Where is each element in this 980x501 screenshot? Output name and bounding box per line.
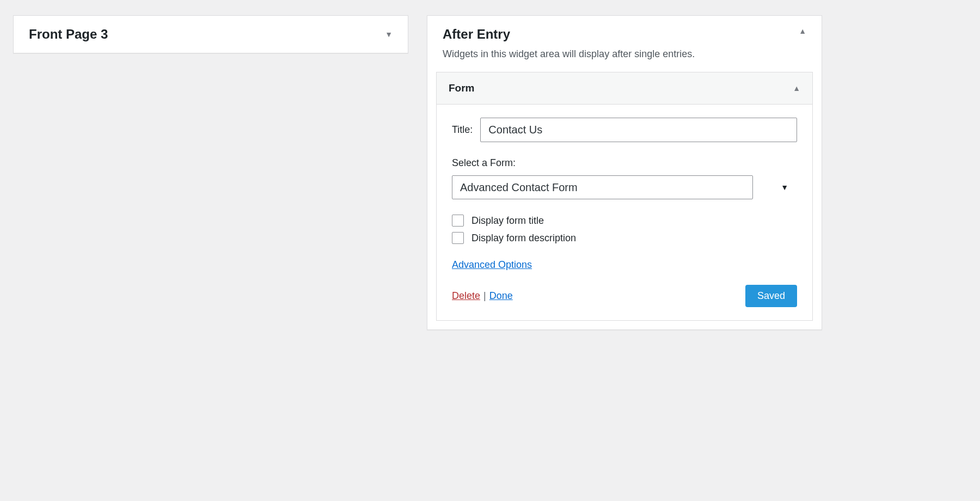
widget-control-links: Delete | Done: [452, 290, 513, 302]
delete-link[interactable]: Delete: [452, 290, 480, 302]
title-row: Title:: [452, 118, 797, 142]
chevron-up-icon: ▲: [793, 84, 800, 93]
widget-controls: Delete | Done Saved: [452, 285, 797, 307]
chevron-down-icon: ▼: [385, 30, 393, 39]
widget-item-form: Form ▲ Title: Select a Form: Ad: [436, 72, 813, 321]
display-form-description-label[interactable]: Display form description: [471, 233, 576, 244]
widget-item-title: Form: [449, 82, 475, 94]
select-form-row: Select a Form: Advanced Contact Form ▼: [452, 157, 797, 199]
checkbox-row-display-description: Display form description: [452, 232, 797, 244]
widget-body: Title: Select a Form: Advanced Contact F…: [437, 105, 812, 320]
chevron-up-icon: ▲: [799, 27, 806, 35]
advanced-options-link[interactable]: Advanced Options: [452, 259, 532, 270]
widget-item-header[interactable]: Form ▲: [437, 72, 812, 105]
widget-area-description: Widgets in this widget area will display…: [427, 42, 822, 72]
widget-area-after-entry: After Entry ▲ Widgets in this widget are…: [427, 15, 822, 330]
checkbox-group: Display form title Display form descript…: [452, 215, 797, 244]
display-form-title-checkbox[interactable]: [452, 215, 464, 227]
display-form-description-checkbox[interactable]: [452, 232, 464, 244]
widget-list: Form ▲ Title: Select a Form: Ad: [427, 72, 822, 329]
checkbox-row-display-title: Display form title: [452, 215, 797, 227]
title-input[interactable]: [480, 118, 797, 142]
widget-area-header[interactable]: After Entry ▲: [427, 16, 822, 42]
title-label: Title:: [452, 124, 473, 136]
widget-area-title: After Entry: [443, 27, 510, 42]
advanced-options-row: Advanced Options: [452, 259, 797, 271]
saved-button[interactable]: Saved: [745, 285, 797, 307]
done-link[interactable]: Done: [489, 290, 513, 302]
chevron-down-icon: ▼: [781, 183, 788, 192]
separator: |: [483, 290, 486, 302]
select-form-label: Select a Form:: [452, 157, 797, 169]
display-form-title-label[interactable]: Display form title: [471, 215, 544, 227]
widget-area-title: Front Page 3: [29, 27, 108, 42]
select-wrapper: Advanced Contact Form ▼: [452, 175, 797, 199]
widget-area-front-page-3[interactable]: Front Page 3 ▼: [13, 15, 408, 53]
select-form-dropdown[interactable]: Advanced Contact Form: [452, 175, 753, 199]
